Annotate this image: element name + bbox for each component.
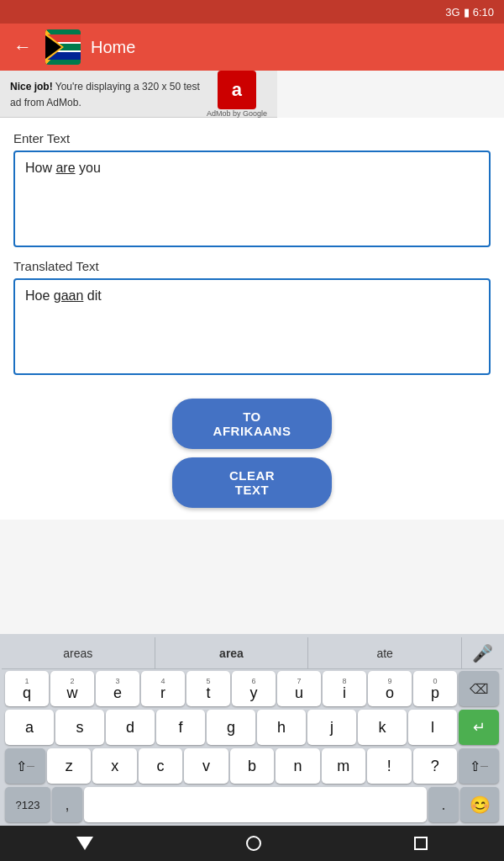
key-r[interactable]: 4r: [141, 671, 185, 706]
autocomplete-areas[interactable]: areas: [2, 637, 155, 668]
autocomplete-area[interactable]: area: [155, 637, 309, 668]
key-f[interactable]: f: [156, 710, 205, 745]
home-nav-button[interactable]: [246, 836, 261, 851]
ad-bold: Nice job!: [10, 81, 53, 92]
back-nav-button[interactable]: [76, 837, 93, 850]
buttons-area: TO AFRIKAANS CLEAR TEXT: [0, 399, 504, 520]
battery-icon: ▮: [464, 6, 470, 18]
key-a[interactable]: a: [5, 710, 54, 745]
input-text-value: How are you: [25, 161, 101, 175]
key-k[interactable]: k: [358, 710, 407, 745]
space-key[interactable]: [84, 787, 427, 822]
key-w[interactable]: 2w: [50, 671, 94, 706]
comma-key[interactable]: ,: [52, 787, 82, 822]
key-y[interactable]: 6y: [232, 671, 276, 706]
time-display: 6:10: [473, 6, 494, 18]
key-j[interactable]: j: [307, 710, 356, 745]
key-d[interactable]: d: [106, 710, 155, 745]
translated-text-value: Hoe gaan dit: [25, 288, 102, 303]
key-o[interactable]: 9o: [368, 671, 412, 706]
backspace-button[interactable]: ⌫: [459, 671, 499, 706]
shift-right-button[interactable]: ⇧—: [459, 748, 499, 784]
keyboard-bottom-row: ?123 , . 😊: [2, 785, 502, 824]
main-content: Enter Text How are you Translated Text H…: [0, 118, 504, 399]
key-m[interactable]: m: [322, 748, 365, 784]
ad-banner: Nice job! You're displaying a 320 x 50 t…: [0, 71, 277, 118]
enter-button[interactable]: ↵: [459, 710, 499, 745]
keyboard-row-3: ⇧— z x c v b n m ! ? ⇧—: [2, 747, 502, 785]
page-title: Home: [91, 38, 135, 57]
translated-text-label: Translated Text: [13, 259, 491, 273]
recents-nav-button[interactable]: [414, 837, 428, 850]
key-g[interactable]: g: [207, 710, 255, 745]
key-q[interactable]: 1q: [5, 671, 49, 706]
admob-logo: a: [218, 71, 256, 109]
key-n[interactable]: n: [276, 748, 319, 784]
text-input[interactable]: How are you: [13, 151, 491, 247]
emoji-button[interactable]: 😊: [460, 787, 499, 822]
keyboard-row-1: 1q 2w 3e 4r 5t 6y 7u 8i 9o 0p ⌫: [2, 669, 502, 708]
key-c[interactable]: c: [139, 748, 182, 784]
translated-text-box: Hoe gaan dit: [13, 278, 491, 375]
flag-icon: [45, 29, 81, 65]
signal-indicator: 3G: [445, 6, 459, 18]
shift-left-button[interactable]: ⇧—: [5, 748, 45, 784]
key-e[interactable]: 3e: [96, 671, 139, 706]
key-s[interactable]: s: [55, 710, 104, 745]
clear-text-button[interactable]: CLEAR TEXT: [172, 457, 332, 508]
key-exclaim[interactable]: !: [367, 748, 411, 784]
ad-text: Nice job! You're displaying a 320 x 50 t…: [10, 81, 200, 108]
status-bar: 3G ▮ 6:10: [0, 0, 504, 24]
key-question[interactable]: ?: [413, 748, 457, 784]
top-bar: ← Home: [0, 24, 504, 71]
key-v[interactable]: v: [184, 748, 228, 784]
mic-button[interactable]: 🎤: [462, 637, 502, 668]
autocomplete-ate[interactable]: ate: [308, 637, 462, 668]
keyboard-row-2: a s d f g h j k l ↵: [2, 708, 502, 747]
num123-button[interactable]: ?123: [5, 787, 50, 822]
key-u[interactable]: 7u: [277, 671, 321, 706]
key-t[interactable]: 5t: [186, 671, 230, 706]
nav-bar: [0, 826, 504, 861]
enter-text-label: Enter Text: [13, 131, 491, 145]
key-b[interactable]: b: [230, 748, 274, 784]
period-key[interactable]: .: [428, 787, 459, 822]
key-p[interactable]: 0p: [413, 671, 457, 706]
key-h[interactable]: h: [257, 710, 306, 745]
key-l[interactable]: l: [408, 710, 457, 745]
key-x[interactable]: x: [92, 748, 136, 784]
admob-label: AdMob by Google: [207, 109, 267, 118]
autocomplete-bar: areas area ate 🎤: [2, 637, 502, 669]
translate-button[interactable]: TO AFRIKAANS: [172, 399, 332, 449]
back-button[interactable]: ←: [10, 33, 35, 61]
key-z[interactable]: z: [47, 748, 91, 784]
keyboard: areas area ate 🎤 1q 2w 3e 4r 5t 6y 7u 8i…: [0, 634, 504, 826]
key-i[interactable]: 8i: [323, 671, 366, 706]
